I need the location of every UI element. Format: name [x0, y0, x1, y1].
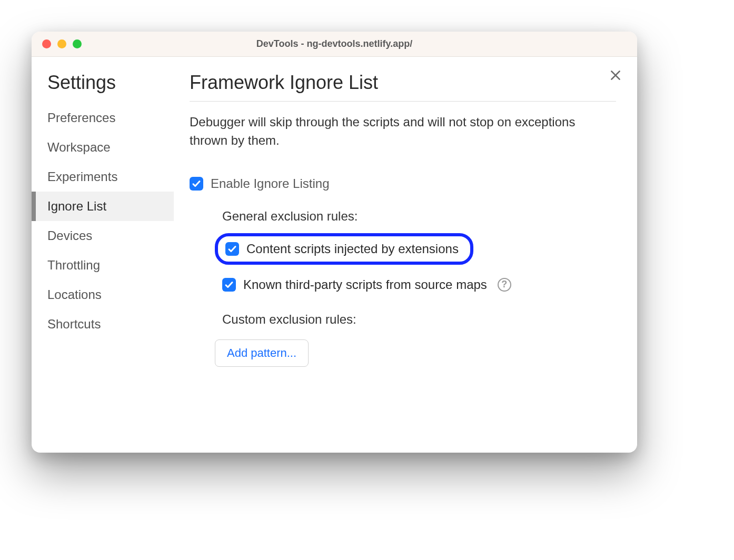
third-party-rule-label: Known third-party scripts from source ma…	[243, 277, 487, 292]
sidebar-item-workspace[interactable]: Workspace	[32, 133, 174, 162]
window-close-button[interactable]	[42, 39, 51, 48]
sidebar-item-shortcuts[interactable]: Shortcuts	[32, 309, 174, 339]
content-scripts-rule-label: Content scripts injected by extensions	[246, 242, 459, 256]
sidebar-item-locations[interactable]: Locations	[32, 280, 174, 309]
sidebar-item-throttling[interactable]: Throttling	[32, 251, 174, 280]
checkbox-checked-icon[interactable]	[222, 278, 236, 292]
content-scripts-rule-row[interactable]: Content scripts injected by extensions	[215, 233, 473, 265]
sidebar-title: Settings	[32, 72, 174, 103]
help-icon[interactable]: ?	[498, 278, 511, 292]
general-rules-group: Content scripts injected by extensions K…	[215, 233, 616, 297]
window-minimize-button[interactable]	[57, 39, 66, 48]
settings-window: DevTools - ng-devtools.netlify.app/ Sett…	[32, 32, 637, 453]
close-icon[interactable]	[609, 68, 622, 84]
settings-sidebar: Settings Preferences Workspace Experimen…	[32, 57, 174, 453]
checkbox-checked-icon[interactable]	[190, 177, 203, 191]
window-maximize-button[interactable]	[73, 39, 82, 48]
checkbox-checked-icon[interactable]	[225, 242, 239, 256]
sidebar-item-devices[interactable]: Devices	[32, 221, 174, 251]
window-title: DevTools - ng-devtools.netlify.app/	[32, 38, 637, 49]
sidebar-item-experiments[interactable]: Experiments	[32, 162, 174, 192]
settings-content: Settings Preferences Workspace Experimen…	[32, 57, 637, 453]
custom-rules-label: Custom exclusion rules:	[222, 312, 616, 327]
sidebar-item-ignore-list[interactable]: Ignore List	[32, 192, 174, 221]
traffic-lights	[32, 39, 82, 48]
window-titlebar: DevTools - ng-devtools.netlify.app/	[32, 32, 637, 57]
page-description: Debugger will skip through the scripts a…	[190, 113, 616, 150]
enable-ignore-listing-row[interactable]: Enable Ignore Listing	[190, 176, 616, 191]
settings-main: Framework Ignore List Debugger will skip…	[174, 57, 637, 453]
page-title: Framework Ignore List	[190, 72, 616, 102]
add-pattern-button[interactable]: Add pattern...	[215, 339, 309, 367]
sidebar-item-preferences[interactable]: Preferences	[32, 103, 174, 133]
general-rules-label: General exclusion rules:	[222, 209, 616, 224]
enable-ignore-listing-label: Enable Ignore Listing	[211, 176, 330, 191]
third-party-rule-row[interactable]: Known third-party scripts from source ma…	[215, 272, 616, 297]
